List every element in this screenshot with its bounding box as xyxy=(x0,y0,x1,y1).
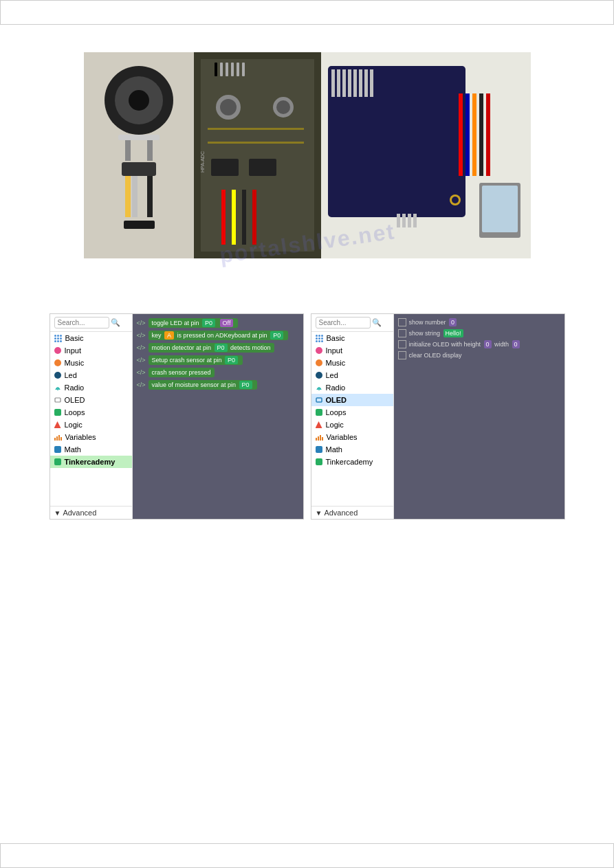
oled-val-3a: 0 xyxy=(484,340,492,348)
math-icon-left xyxy=(54,446,61,453)
svg-rect-38 xyxy=(348,69,351,97)
logic-label-right: Logic xyxy=(326,421,344,429)
tinker-icon-right xyxy=(316,458,322,465)
pin-tag-6: P0 xyxy=(239,381,252,389)
ide-search-left: 🔍 xyxy=(50,314,132,332)
sidebar-item-oled-left[interactable]: OLED xyxy=(50,394,132,406)
oled-text-1: show number 0 xyxy=(409,319,459,326)
block-green-5: crash sensor pressed xyxy=(149,368,215,377)
sidebar-item-variables-right[interactable]: Variables xyxy=(311,431,393,443)
sidebar-item-math-left[interactable]: Math xyxy=(50,443,132,456)
tinker-icon-left xyxy=(54,458,61,465)
search-input-right[interactable] xyxy=(316,317,371,329)
oled-text-4: clear OLED display xyxy=(409,352,462,359)
led-icon-right xyxy=(316,372,322,379)
ide-search-right: 🔍 xyxy=(311,314,393,332)
ide-panel-left: 🔍 Basic Input xyxy=(50,313,304,520)
sidebar-item-music-left[interactable]: Music xyxy=(50,357,132,369)
svg-rect-27 xyxy=(232,190,236,245)
ide-block-5: </> crash sensor pressed xyxy=(137,368,299,377)
loops-icon-right xyxy=(316,409,322,416)
radio-label-right: Radio xyxy=(326,383,346,392)
ide-sidebar-left: 🔍 Basic Input xyxy=(50,314,133,519)
svg-rect-49 xyxy=(482,186,518,232)
sidebar-item-music-right[interactable]: Music xyxy=(311,357,393,369)
advanced-item-right[interactable]: ▼ Advanced xyxy=(311,506,393,519)
svg-rect-53 xyxy=(402,214,406,227)
svg-rect-46 xyxy=(479,93,483,176)
svg-point-21 xyxy=(220,99,237,115)
loops-label-left: Loops xyxy=(65,408,85,416)
oled-block-icon-3 xyxy=(398,340,406,348)
ide-sidebar-right: 🔍 Basic Input xyxy=(311,314,394,519)
sidebar-item-radio-left[interactable]: Radio xyxy=(50,381,132,394)
ide-block-1: </> toggle LED at pin P0 Off xyxy=(137,318,299,328)
svg-rect-44 xyxy=(465,93,470,176)
search-icon-left: 🔍 xyxy=(111,318,120,327)
svg-rect-6 xyxy=(147,140,153,161)
main-content: HPA-ADC xyxy=(0,32,614,540)
svg-rect-4 xyxy=(118,135,160,140)
sidebar-item-radio-right[interactable]: Radio xyxy=(311,381,393,394)
block-green-3: motion detector at pin P0 detects motion xyxy=(149,343,274,353)
led-icon-left xyxy=(54,372,61,379)
sidebar-item-basic-left[interactable]: Basic xyxy=(50,332,132,344)
block-prefix-6: </> xyxy=(137,381,146,388)
sidebar-item-loops-right[interactable]: Loops xyxy=(311,406,393,419)
svg-rect-19 xyxy=(242,63,245,76)
watermark-area: portalshlve.net xyxy=(21,272,593,300)
search-input-left[interactable] xyxy=(54,317,109,329)
svg-rect-30 xyxy=(211,159,239,176)
svg-rect-45 xyxy=(472,93,476,176)
sidebar-item-loops-left[interactable]: Loops xyxy=(50,406,132,419)
oled-block-1: show number 0 xyxy=(398,318,560,326)
input-icon-left xyxy=(54,347,61,354)
input-label-right: Input xyxy=(326,346,342,355)
sidebar-item-oled-right[interactable]: OLED xyxy=(311,394,393,406)
svg-rect-31 xyxy=(249,159,276,176)
ide-section: 🔍 Basic Input xyxy=(21,313,593,520)
off-tag-1: Off xyxy=(220,319,234,327)
ide-block-2: </> key A is pressed on ADKeyboard at pi… xyxy=(137,331,299,340)
block-green-1: toggle LED at pin P0 Off xyxy=(149,318,239,328)
music-icon-left xyxy=(54,359,61,366)
oled-block-icon-1 xyxy=(398,318,406,326)
sidebar-item-input-left[interactable]: Input xyxy=(50,344,132,357)
svg-point-51 xyxy=(452,197,459,203)
sidebar-item-math-right[interactable]: Math xyxy=(311,443,393,456)
math-label-right: Math xyxy=(326,445,342,454)
sidebar-item-basic-right[interactable]: Basic xyxy=(311,332,393,344)
sidebar-item-tinkercademy-right[interactable]: Tinkercademy xyxy=(311,456,393,468)
sidebar-item-logic-right[interactable]: Logic xyxy=(311,419,393,431)
svg-rect-26 xyxy=(221,190,226,245)
tinkercademy-label-left: Tinkercademy xyxy=(65,458,116,466)
music-label-left: Music xyxy=(65,359,85,367)
basic-label-right: Basic xyxy=(327,334,345,342)
sidebar-item-logic-left[interactable]: Logic xyxy=(50,419,132,431)
sidebar-item-variables-left[interactable]: Variables xyxy=(50,431,132,443)
image-left xyxy=(84,52,194,258)
variables-icon-left xyxy=(54,434,62,441)
ide-block-3: </> motion detector at pin P0 detects mo… xyxy=(137,343,299,353)
image-middle: HPA-ADC xyxy=(194,52,321,258)
sidebar-item-led-left[interactable]: Led xyxy=(50,369,132,381)
loops-label-right: Loops xyxy=(326,408,347,416)
block-prefix-4: </> xyxy=(137,357,146,364)
oled-label-right: OLED xyxy=(326,396,347,404)
sidebar-item-tinkercademy-left[interactable]: Tinkercademy xyxy=(50,456,132,468)
sidebar-item-led-right[interactable]: Led xyxy=(311,369,393,381)
ide-menu-right: Basic Input Music Led xyxy=(311,332,393,506)
sidebar-item-input-right[interactable]: Input xyxy=(311,344,393,357)
svg-rect-29 xyxy=(252,190,256,245)
tinkercademy-label-right: Tinkercademy xyxy=(326,458,373,466)
svg-rect-17 xyxy=(231,63,234,76)
oled-block-2: show string Hello! xyxy=(398,329,560,337)
radio-icon-right xyxy=(316,384,322,391)
radio-icon-left xyxy=(54,384,61,391)
svg-text:HPA-ADC: HPA-ADC xyxy=(200,151,205,173)
advanced-item-left[interactable]: ▼ Advanced xyxy=(50,506,132,519)
pin-tag-4: P0 xyxy=(225,356,238,364)
led-label-right: Led xyxy=(326,371,338,379)
oled-block-3: initialize OLED with height 0 width 0 xyxy=(398,340,560,348)
svg-point-56 xyxy=(57,389,58,390)
